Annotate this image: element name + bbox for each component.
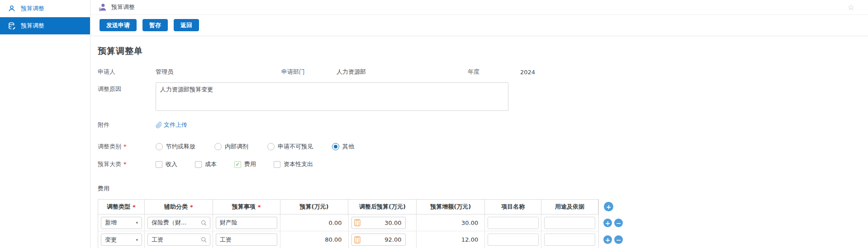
radio-icon — [156, 143, 163, 150]
paperclip-icon — [156, 122, 162, 129]
main-area: 预算调整 ☆ 发送申请 暂存 返回 预算调整单 申请人 管理员 申请部门 人力资… — [90, 0, 868, 248]
adjusted-budget-input[interactable] — [362, 236, 402, 243]
search-icon[interactable] — [200, 236, 207, 243]
user-icon — [8, 5, 16, 13]
row-remove-button[interactable]: − — [614, 235, 623, 244]
project-name-input[interactable] — [488, 234, 538, 245]
purpose-input[interactable] — [545, 234, 595, 245]
aux-category-input[interactable] — [152, 219, 200, 226]
budget-item-input[interactable] — [220, 236, 274, 243]
radio-label: 申请不可预见 — [278, 143, 313, 151]
calculator-icon[interactable] — [354, 219, 360, 226]
radio-option-unforeseen[interactable]: 申请不可预见 — [267, 143, 313, 151]
favorite-star-icon[interactable]: ☆ — [848, 4, 854, 11]
checkbox-option-capital-expenditure[interactable]: 资本性支出 — [274, 160, 313, 168]
row-add-button[interactable]: + — [603, 219, 612, 227]
budget-cell: 0.00 — [280, 215, 349, 231]
required-mark: * — [190, 204, 193, 210]
project-name-field — [488, 217, 539, 229]
year-value: 2024 — [520, 69, 535, 76]
save-draft-button[interactable]: 暂存 — [142, 19, 168, 31]
chevron-down-icon: ▾ — [136, 220, 138, 225]
col-header-purpose: 用途及依据 — [541, 200, 598, 214]
send-request-button[interactable]: 发送申请 — [100, 19, 137, 31]
checkbox-option-cost[interactable]: 成本 — [195, 160, 217, 168]
required-mark: * — [258, 204, 261, 210]
sidebar-item-budget-adjust-1[interactable]: 预算调整 — [0, 0, 90, 17]
col-header-adjust-type: 调整类型* — [98, 200, 145, 214]
year-label: 年度 — [468, 68, 520, 76]
main-header: 预算调整 ☆ — [90, 0, 868, 15]
budget-class-row: 预算大类* 收入 成本 ✓ 费用 资本性支出 — [98, 160, 868, 168]
radio-label: 其他 — [342, 143, 354, 151]
purpose-field — [544, 234, 595, 246]
search-icon[interactable] — [200, 219, 207, 226]
reason-row: 调整原因 人力资源部预算变更 — [98, 82, 868, 111]
purpose-field — [544, 217, 595, 229]
applicant-value: 管理员 — [156, 68, 281, 76]
file-upload-link[interactable]: 文件上传 — [156, 121, 187, 129]
budget-item-input[interactable] — [220, 219, 274, 226]
calculator-icon[interactable] — [354, 236, 360, 243]
col-header-increase: 预算增额(万元) — [417, 200, 485, 214]
page-title: 预算调整 — [111, 3, 135, 11]
checkbox-option-income[interactable]: 收入 — [156, 160, 177, 168]
radio-label: 内部调剂 — [225, 143, 248, 151]
adjusted-budget-field — [351, 234, 406, 246]
checkbox-icon — [274, 161, 280, 168]
radio-option-save-release[interactable]: 节约或释放 — [156, 143, 195, 151]
checkbox-label: 费用 — [244, 160, 256, 168]
required-mark: * — [123, 143, 127, 150]
col-header-budget-item: 预算事项* — [213, 200, 280, 214]
radio-icon — [214, 143, 222, 150]
budget-cell: 80.00 — [280, 231, 349, 248]
adjusted-budget-input[interactable] — [362, 219, 402, 226]
col-header-adjusted-budget: 调整后预算(万元) — [348, 200, 417, 214]
attachment-row: 附件 文件上传 — [98, 121, 868, 129]
header-fields-row: 申请人 管理员 申请部门 人力资源部 年度 2024 — [98, 68, 868, 76]
increase-cell: 12.00 — [417, 231, 485, 248]
aux-category-field — [147, 217, 210, 229]
row-add-button[interactable]: + — [603, 235, 612, 244]
adjust-type-select[interactable]: 新增 ▾ — [101, 217, 142, 229]
form-title: 预算调整单 — [98, 45, 868, 57]
radio-option-other[interactable]: 其他 — [332, 143, 354, 151]
col-header-aux-category: 辅助分类* — [145, 200, 213, 214]
checkbox-label: 资本性支出 — [284, 160, 313, 168]
checkbox-icon — [156, 161, 162, 168]
budget-data-icon — [8, 22, 16, 30]
purpose-input[interactable] — [545, 217, 595, 229]
sidebar-item-budget-adjust-2[interactable]: 预算调整 — [0, 17, 90, 34]
table-row: 新增 ▾ — [98, 215, 598, 231]
back-button[interactable]: 返回 — [174, 19, 199, 31]
project-name-input[interactable] — [488, 217, 538, 229]
adjusted-budget-field — [351, 217, 406, 229]
expense-table-wrap: 调整类型* 辅助分类* 预算事项* 预算(万元) 调整后预算(万元) 预算增额(… — [98, 199, 868, 248]
add-row-button[interactable]: + — [604, 202, 613, 211]
aux-category-input[interactable] — [152, 236, 200, 243]
radio-option-internal-transfer[interactable]: 内部调剂 — [214, 143, 248, 151]
checkbox-icon-checked: ✓ — [234, 161, 241, 168]
sidebar: 预算调整 预算调整 — [0, 0, 90, 248]
col-header-budget: 预算(万元) — [280, 200, 349, 214]
expense-table: 调整类型* 辅助分类* 预算事项* 预算(万元) 调整后预算(万元) 预算增额(… — [98, 199, 599, 248]
checkbox-icon — [195, 161, 202, 168]
required-mark: * — [133, 204, 136, 210]
table-header-row: 调整类型* 辅助分类* 预算事项* 预算(万元) 调整后预算(万元) 预算增额(… — [98, 200, 598, 215]
expense-section-title: 费用 — [98, 185, 868, 193]
required-mark: * — [123, 161, 127, 167]
budget-item-field — [216, 217, 277, 229]
reason-textarea[interactable]: 人力资源部预算变更 — [156, 82, 508, 111]
row-remove-button[interactable]: − — [614, 219, 623, 227]
page: 预算调整 预算调整 — [0, 0, 868, 248]
radio-icon-selected — [332, 143, 339, 150]
budget-item-field — [216, 234, 277, 246]
checkbox-option-expense[interactable]: ✓ 费用 — [234, 160, 256, 168]
table-row: 变更 ▾ — [98, 231, 598, 248]
increase-cell: 30.00 — [417, 215, 485, 231]
radio-icon — [267, 143, 275, 150]
person-icon — [98, 3, 107, 12]
department-label: 申请部门 — [281, 68, 337, 76]
department-value: 人力资源部 — [337, 68, 468, 76]
adjust-type-select[interactable]: 变更 ▾ — [101, 234, 142, 246]
